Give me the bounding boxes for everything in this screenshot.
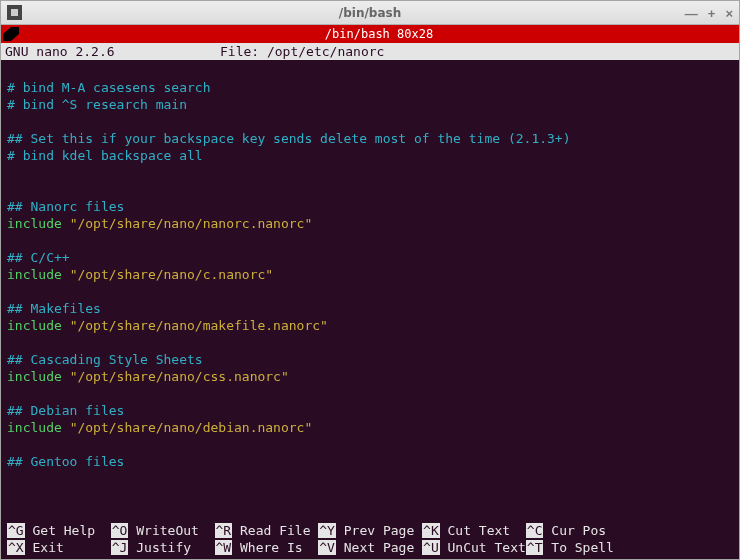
shortcut-key[interactable]: ^T [526, 540, 544, 555]
shortcut-key[interactable]: ^J [111, 540, 129, 555]
shortcut-label: Justify [136, 540, 191, 555]
editor-line: ## Set this if your backspace key sends … [7, 131, 571, 146]
nano-version: GNU nano 2.2.6 [5, 43, 220, 60]
shortcut-key[interactable]: ^K [422, 523, 440, 538]
shortcut-label: WriteOut [136, 523, 199, 538]
shortcut-key[interactable]: ^W [215, 540, 233, 555]
shortcut-key[interactable]: ^X [7, 540, 25, 555]
editor-line: ## Cascading Style Sheets [7, 352, 203, 367]
editor-keyword: include [7, 267, 62, 282]
shortcut-label: Exit [32, 540, 63, 555]
window-buttons: — + × [685, 1, 733, 25]
shortcut-label: Cur Pos [551, 523, 606, 538]
editor-line: # bind kdel backspace all [7, 148, 203, 163]
editor-line: ## Makefiles [7, 301, 101, 316]
shortcut-label: Cut Text [448, 523, 511, 538]
editor-line: # bind M-A casesens search [7, 80, 211, 95]
editor-string: "/opt/share/nano/css.nanorc" [70, 369, 289, 384]
nano-header: GNU nano 2.2.6 File: /opt/etc/nanorc [1, 43, 739, 60]
editor-line: ## Gentoo files [7, 454, 124, 469]
editor-string: "/opt/share/nano/c.nanorc" [70, 267, 274, 282]
window-title: /bin/bash [339, 6, 401, 20]
editor-keyword: include [7, 369, 62, 384]
shortcut-label: Prev Page [344, 523, 414, 538]
editor-string: "/opt/share/nano/makefile.nanorc" [70, 318, 328, 333]
shortcut-key[interactable]: ^V [318, 540, 336, 555]
terminal: /bin/bash 80x28 GNU nano 2.2.6 File: /op… [1, 25, 739, 559]
nano-file: File: /opt/etc/nanorc [220, 43, 735, 60]
editor-string: "/opt/share/nano/debian.nanorc" [70, 420, 313, 435]
maximize-button[interactable]: + [708, 7, 716, 20]
editor-area[interactable]: # bind M-A casesens search # bind ^S res… [1, 60, 739, 522]
shortcut-label: UnCut Text [448, 540, 526, 555]
app-window: /bin/bash — + × /bin/bash 80x28 GNU nano… [0, 0, 740, 560]
terminal-titlebar[interactable]: /bin/bash 80x28 [1, 25, 739, 43]
editor-line: ## C/C++ [7, 250, 70, 265]
shortcut-label: Where Is [240, 540, 303, 555]
shortcut-key[interactable]: ^R [215, 523, 233, 538]
shortcut-key[interactable]: ^U [422, 540, 440, 555]
window-titlebar[interactable]: /bin/bash — + × [1, 1, 739, 25]
shortcut-key[interactable]: ^G [7, 523, 25, 538]
editor-string: "/opt/share/nano/nanorc.nanorc" [70, 216, 313, 231]
shortcut-key[interactable]: ^C [526, 523, 544, 538]
editor-keyword: include [7, 216, 62, 231]
minimize-button[interactable]: — [685, 7, 698, 20]
shortcut-label: To Spell [551, 540, 614, 555]
close-button[interactable]: × [725, 7, 733, 20]
editor-line: # bind ^S research main [7, 97, 187, 112]
nano-shortcut-bar: ^G Get Help ^O WriteOut ^R Read File ^Y … [1, 522, 739, 559]
shortcut-label: Read File [240, 523, 310, 538]
editor-line: ## Debian files [7, 403, 124, 418]
shortcut-key[interactable]: ^Y [318, 523, 336, 538]
app-icon [7, 5, 22, 20]
shortcut-label: Next Page [344, 540, 414, 555]
shortcut-key[interactable]: ^O [111, 523, 129, 538]
split-icon[interactable] [3, 27, 19, 41]
editor-keyword: include [7, 420, 62, 435]
terminal-title: /bin/bash 80x28 [19, 25, 739, 43]
editor-keyword: include [7, 318, 62, 333]
editor-line: ## Nanorc files [7, 199, 124, 214]
shortcut-label: Get Help [32, 523, 95, 538]
